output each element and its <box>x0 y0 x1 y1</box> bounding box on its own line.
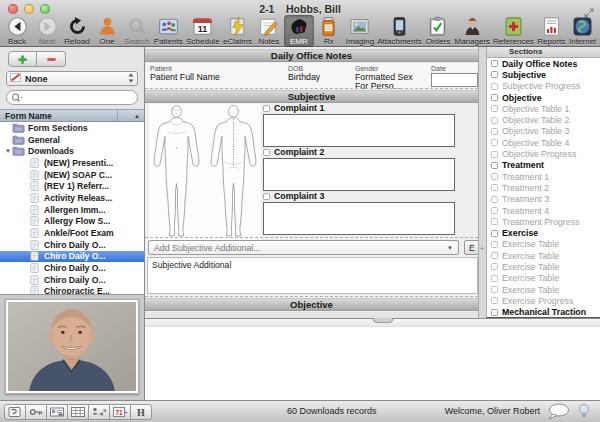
section-checkbox[interactable] <box>491 117 498 124</box>
remove-form-button[interactable] <box>37 51 66 67</box>
section-row-exercise-table[interactable]: Exercise Table <box>487 273 600 284</box>
section-row-objective-progress[interactable]: Objective Progress <box>487 148 600 159</box>
section-row-exercise[interactable]: Exercise <box>487 227 600 238</box>
toolbar-button-search[interactable]: Search <box>122 15 152 47</box>
complaint-checkbox[interactable] <box>263 105 270 112</box>
section-checkbox[interactable] <box>491 60 498 67</box>
section-checkbox[interactable] <box>491 139 498 146</box>
section-checkbox[interactable] <box>491 275 498 282</box>
filter-dropdown[interactable]: None <box>6 71 138 86</box>
mini-button-age[interactable]: 71+ <box>109 404 131 420</box>
section-row-treatment-1[interactable]: Treatment 1 <box>487 171 600 182</box>
toolbar-button-attachments[interactable]: Attachments <box>376 15 423 47</box>
section-checkbox[interactable] <box>491 184 498 191</box>
section-checkbox[interactable] <box>491 83 498 90</box>
complaint-checkbox[interactable] <box>263 149 270 156</box>
section-row-treatment-4[interactable]: Treatment 4 <box>487 205 600 216</box>
mini-button-grid[interactable] <box>67 404 89 420</box>
section-row-daily-office-notes[interactable]: Daily Office Notes <box>487 58 600 69</box>
section-checkbox[interactable] <box>491 297 498 304</box>
disclosure-triangle-icon[interactable]: ▼ <box>4 148 12 154</box>
section-checkbox[interactable] <box>491 173 498 180</box>
toolbar-button-one[interactable]: One <box>92 15 122 47</box>
section-checkbox[interactable] <box>491 105 498 112</box>
section-row-objective-table-2[interactable]: Objective Table 2 <box>487 114 600 125</box>
section-row-treatment-2[interactable]: Treatment 2 <box>487 182 600 193</box>
section-row-objective[interactable]: Objective <box>487 92 600 103</box>
section-checkbox[interactable] <box>491 263 498 270</box>
toolbar-button-patients[interactable]: Patients <box>152 15 185 47</box>
toolbar-button-references[interactable]: References <box>492 15 536 47</box>
add-subjective-dropdown[interactable]: Add Subjective Additional... ▼ <box>148 240 459 255</box>
toolbar-button-reload[interactable]: Reload <box>62 15 92 47</box>
section-checkbox[interactable] <box>491 286 498 293</box>
lightbulb-icon[interactable] <box>578 403 590 422</box>
section-checkbox[interactable] <box>491 309 498 316</box>
toolbar-button-managers[interactable]: Managers <box>453 15 492 47</box>
toolbar-button-emr[interactable]: EMR <box>284 15 314 47</box>
mini-button-h[interactable]: H <box>130 404 152 420</box>
toolbar-button-reports[interactable]: Reports <box>535 15 567 47</box>
tree-item-ankle-foot-exam[interactable]: Ankle/Foot Exam <box>0 227 144 239</box>
toolbar-button-imaging[interactable]: Imaging <box>344 15 376 47</box>
tree-item-chiro-daily-o[interactable]: Chiro Daily O... <box>0 239 144 251</box>
tree-item-activity-releas[interactable]: Activity Releas... <box>0 192 144 204</box>
vertical-splitter[interactable]: + <box>478 47 486 318</box>
mini-button-id-card[interactable] <box>46 404 68 420</box>
complaint-textbox[interactable] <box>263 114 455 147</box>
complaint-checkbox[interactable] <box>263 193 270 200</box>
section-row-objective-table-3[interactable]: Objective Table 3 <box>487 126 600 137</box>
section-row-exercise-progress[interactable]: Exercise Progress <box>487 295 600 306</box>
section-row-objective-table-1[interactable]: Objective Table 1 <box>487 103 600 114</box>
mini-button-key[interactable] <box>25 404 47 420</box>
search-field[interactable] <box>6 90 138 105</box>
section-checkbox[interactable] <box>491 207 498 214</box>
section-row-exercise-table[interactable]: Exercise Table <box>487 261 600 272</box>
section-row-treatment-progress[interactable]: Treatment Progress <box>487 216 600 227</box>
section-row-mechanical-traction[interactable]: Mechanical Traction <box>487 307 600 318</box>
complaint-textbox[interactable] <box>263 158 455 191</box>
chat-bubble-icon[interactable] <box>546 403 570 422</box>
tree-item-new-presenti[interactable]: (NEW) Presenti... <box>0 157 144 169</box>
section-row-exercise-table[interactable]: Exercise Table <box>487 284 600 295</box>
section-row-subjective[interactable]: Subjective <box>487 69 600 80</box>
section-checkbox[interactable] <box>491 128 498 135</box>
section-checkbox[interactable] <box>491 151 498 158</box>
section-checkbox[interactable] <box>491 94 498 101</box>
tree-item-new-soap-c[interactable]: (NEW) SOAP C... <box>0 169 144 181</box>
edit-button[interactable]: E <box>464 240 478 255</box>
section-checkbox[interactable] <box>491 162 498 169</box>
toolbar-button-schedule[interactable]: 11Schedule <box>185 15 222 47</box>
section-row-exercise-table[interactable]: Exercise Table <box>487 239 600 250</box>
section-checkbox[interactable] <box>491 71 498 78</box>
splitter-handle[interactable] <box>373 318 393 323</box>
complaint-textbox[interactable] <box>263 202 455 235</box>
section-row-exercise-table[interactable]: Exercise Table <box>487 250 600 261</box>
section-checkbox[interactable] <box>491 252 498 259</box>
mini-button-transfer[interactable] <box>88 404 110 420</box>
tree-item-chiropractic-e[interactable]: Chiropractic E... <box>0 286 144 294</box>
subjective-additional-textarea[interactable]: Subjective Additional <box>147 257 478 294</box>
toolbar-button-next[interactable]: Next <box>32 15 62 47</box>
toolbar-button-internet[interactable]: Internet <box>567 15 598 47</box>
date-input[interactable] <box>431 73 478 87</box>
section-checkbox[interactable] <box>491 196 498 203</box>
mini-button-tag[interactable] <box>4 404 26 420</box>
tree-item-allergy-flow-s[interactable]: Allergy Flow S... <box>0 216 144 228</box>
tree-item-allergen-imm[interactable]: Allergen Imm... <box>0 204 144 216</box>
form-name-header[interactable]: Form Name ▲ <box>0 109 144 122</box>
section-checkbox[interactable] <box>491 230 498 237</box>
toolbar-button-back[interactable]: Back <box>2 15 32 47</box>
tree-item-rev-1-referr[interactable]: (REV 1) Referr... <box>0 180 144 192</box>
toolbar-button-notes[interactable]: Notes <box>254 15 284 47</box>
section-checkbox[interactable] <box>491 218 498 225</box>
tree-item-chiro-daily-o[interactable]: Chiro Daily O... <box>0 251 144 263</box>
tree-item-chiro-daily-o[interactable]: Chiro Daily O... <box>0 262 144 274</box>
section-row-subjective-progress[interactable]: Subjective Progress <box>487 81 600 92</box>
section-row-treatment[interactable]: Treatment <box>487 160 600 171</box>
section-checkbox[interactable] <box>491 241 498 248</box>
toolbar-button-eclaims[interactable]: eClaims <box>221 15 254 47</box>
toolbar-button-rx[interactable]: Rx <box>314 15 344 47</box>
section-row-treatment-3[interactable]: Treatment 3 <box>487 194 600 205</box>
toolbar-button-orders[interactable]: Orders <box>423 15 453 47</box>
